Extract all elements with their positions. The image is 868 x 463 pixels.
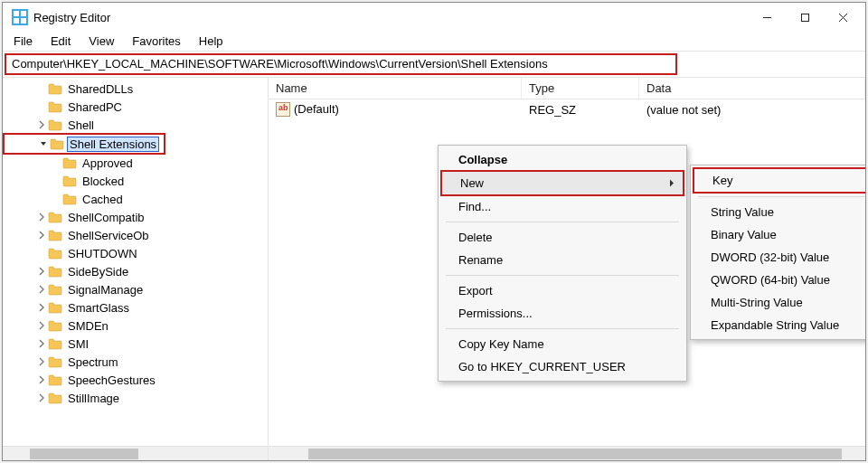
tree-item[interactable]: SignalManage [3, 280, 268, 298]
tree-item[interactable]: SharedDLLs [3, 80, 268, 98]
folder-icon [62, 193, 77, 205]
tree-item-label: SharedDLLs [66, 82, 135, 96]
tree-item[interactable]: SideBySide [3, 262, 268, 280]
chevron-right-icon[interactable] [35, 211, 48, 223]
menu-file[interactable]: File [5, 32, 42, 51]
scrollbar-thumb[interactable] [308, 449, 842, 459]
list-row[interactable]: (Default) REG_SZ (value not set) [269, 99, 865, 119]
menu-item[interactable]: New [442, 172, 683, 194]
menu-item[interactable]: Binary Value [693, 223, 865, 246]
folder-icon [48, 283, 62, 296]
menu-item[interactable]: Delete [440, 226, 684, 249]
menu-item[interactable]: Key [694, 169, 865, 192]
menu-favorites[interactable]: Favorites [123, 32, 189, 51]
menu-item[interactable]: Expandable String Value [693, 314, 865, 336]
tree-item-label: SpeechGestures [66, 373, 157, 387]
tree-item[interactable]: Cached [3, 190, 268, 208]
menu-edit[interactable]: Edit [42, 32, 80, 51]
chevron-down-icon[interactable] [37, 137, 50, 150]
string-value-icon [276, 102, 290, 117]
tree-item-label: Shell [66, 118, 96, 132]
list-header: Name Type Data [269, 78, 865, 99]
menubar: File Edit View Favorites Help [3, 32, 865, 52]
menu-view[interactable]: View [80, 32, 123, 51]
menu-item[interactable]: Go to HKEY_CURRENT_USER [440, 355, 684, 378]
menu-item[interactable]: QWORD (64-bit) Value [693, 269, 865, 291]
chevron-right-icon[interactable] [35, 283, 48, 296]
tree-item-label: SHUTDOWN [66, 247, 139, 260]
tree-item[interactable]: Shell [3, 116, 268, 134]
tree-pane[interactable]: SharedDLLsSharedPCShellShell ExtensionsA… [3, 78, 269, 460]
chevron-right-icon[interactable] [35, 301, 48, 314]
chevron-right-icon [668, 176, 675, 190]
menu-item[interactable]: Export [440, 279, 684, 302]
close-button[interactable] [824, 5, 862, 30]
tree-item[interactable]: Spectrum [3, 353, 268, 371]
tree-item-label: ShellServiceOb [66, 229, 151, 242]
folder-icon [48, 247, 62, 260]
svg-rect-1 [14, 11, 19, 16]
folder-icon [48, 373, 62, 386]
expander-placeholder [35, 247, 48, 260]
menu-help[interactable]: Help [190, 32, 232, 51]
chevron-right-icon[interactable] [35, 373, 48, 386]
address-bar[interactable]: Computer\HKEY_LOCAL_MACHINE\SOFTWARE\Mic… [5, 53, 677, 75]
folder-icon [62, 175, 77, 187]
address-text: Computer\HKEY_LOCAL_MACHINE\SOFTWARE\Mic… [12, 57, 548, 71]
tree-item[interactable]: SMDEn [3, 317, 268, 335]
tree-item[interactable]: StillImage [3, 389, 268, 407]
tree-item[interactable]: SpeechGestures [3, 371, 268, 389]
menu-item[interactable]: Rename [440, 249, 684, 271]
menu-item[interactable]: String Value [693, 201, 865, 223]
col-header-data[interactable]: Data [639, 78, 865, 99]
menu-item[interactable]: Multi-String Value [693, 291, 865, 314]
menu-item[interactable]: Copy Key Name [440, 333, 684, 355]
tree-item-label: SMI [66, 337, 90, 351]
registry-editor-window: Registry Editor File Edit View Favorites… [2, 2, 866, 461]
folder-icon [48, 100, 62, 113]
maximize-button[interactable] [786, 5, 824, 30]
list-pane[interactable]: Name Type Data (Default) REG_SZ (value n… [269, 78, 865, 460]
folder-icon [48, 229, 62, 241]
tree-item[interactable]: Blocked [3, 172, 268, 190]
chevron-right-icon[interactable] [35, 392, 48, 404]
menu-item[interactable]: Find... [440, 195, 684, 218]
tree-item[interactable]: ShellCompatib [3, 208, 268, 226]
folder-icon [48, 319, 62, 332]
menu-separator [446, 275, 679, 276]
titlebar[interactable]: Registry Editor [3, 3, 865, 32]
tree-item-label: StillImage [66, 392, 121, 405]
chevron-right-icon[interactable] [35, 265, 48, 278]
menu-item[interactable]: Permissions... [440, 302, 684, 325]
folder-icon [62, 156, 77, 169]
minimize-button[interactable] [748, 5, 786, 30]
tree-item[interactable]: ShellServiceOb [3, 226, 268, 244]
svg-rect-4 [21, 18, 26, 24]
chevron-right-icon[interactable] [35, 229, 48, 241]
tree-item[interactable]: SharedPC [3, 98, 268, 116]
expander-placeholder [35, 100, 48, 113]
value-name: (Default) [294, 102, 339, 116]
col-header-type[interactable]: Type [522, 78, 639, 99]
menu-separator [446, 222, 679, 222]
chevron-right-icon[interactable] [35, 319, 48, 332]
expander-placeholder [50, 156, 62, 169]
scrollbar-thumb[interactable] [30, 449, 138, 459]
tree-item-label: SharedPC [66, 100, 124, 114]
svg-rect-2 [21, 11, 26, 16]
tree-item[interactable]: Shell Extensions [5, 135, 164, 153]
chevron-right-icon[interactable] [35, 337, 48, 350]
menu-item[interactable]: Collapse [440, 148, 684, 171]
chevron-right-icon[interactable] [35, 118, 48, 131]
tree-item[interactable]: SMI [3, 335, 268, 353]
tree-item[interactable]: SmartGlass [3, 298, 268, 317]
tree-item-label: ShellCompatib [66, 211, 146, 224]
chevron-right-icon[interactable] [35, 355, 48, 368]
tree-hscrollbar[interactable] [3, 446, 268, 460]
tree-item[interactable]: Approved [3, 154, 268, 172]
folder-icon [48, 392, 62, 404]
menu-item[interactable]: DWORD (32-bit) Value [693, 246, 865, 269]
list-hscrollbar[interactable] [269, 446, 865, 460]
col-header-name[interactable]: Name [269, 78, 522, 99]
tree-item[interactable]: SHUTDOWN [3, 244, 268, 262]
